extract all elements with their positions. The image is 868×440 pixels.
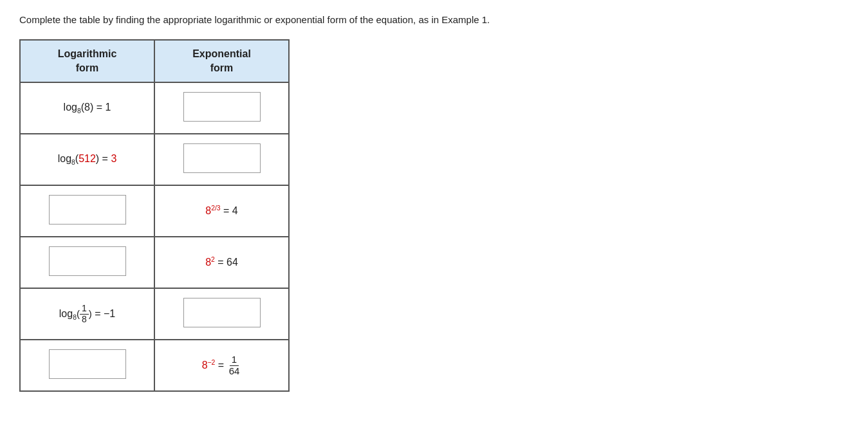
log-cell-1: log8(8) = 1 [20, 82, 154, 134]
log-cell-5: log8(18) = −1 [20, 288, 154, 340]
exp-cell-2[interactable] [154, 134, 289, 185]
table-row: log8(18) = −1 [20, 288, 289, 340]
table-row: 82 = 64 [20, 237, 289, 288]
exp-cell-5[interactable] [154, 288, 289, 340]
exp-cell-4: 82 = 64 [154, 237, 289, 288]
log-cell-6[interactable] [20, 340, 154, 391]
table-row: 8−2 = 1 64 [20, 340, 289, 391]
exp-cell-1[interactable] [154, 82, 289, 134]
log-input-6[interactable] [49, 349, 126, 379]
exp-input-2[interactable] [183, 143, 261, 173]
col-header-exp: Exponentialform [154, 40, 289, 83]
log-cell-3[interactable] [20, 185, 154, 237]
table-row: log8(8) = 1 [20, 82, 289, 134]
log-cell-2: log8(512) = 3 [20, 134, 154, 185]
exp-input-1[interactable] [183, 92, 261, 122]
exp-cell-6: 8−2 = 1 64 [154, 340, 289, 391]
table-row: log8(512) = 3 [20, 134, 289, 185]
instruction-text: Complete the table by finding the approp… [19, 13, 849, 28]
exp-cell-3: 82/3 = 4 [154, 185, 289, 237]
col-header-log: Logarithmicform [20, 40, 154, 83]
log-cell-4[interactable] [20, 237, 154, 288]
log-input-4[interactable] [49, 246, 126, 276]
exp-input-5[interactable] [183, 298, 261, 327]
log-exp-table: Logarithmicform Exponentialform log8(8) … [19, 39, 290, 392]
table-row: 82/3 = 4 [20, 185, 289, 237]
log-input-3[interactable] [49, 195, 126, 225]
